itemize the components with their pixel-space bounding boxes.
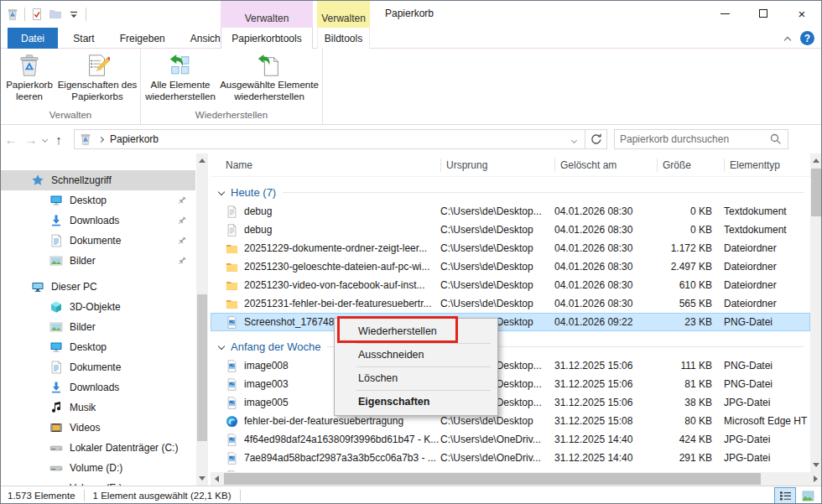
context-menu-item-eigenschaften[interactable]: Eigenschaften	[335, 391, 497, 413]
file-name-cell[interactable]: fehler-bei-der-featuresuebertragung	[226, 415, 440, 428]
ausgew-hlte-elemente-wiederherstellen-button[interactable]: Ausgewählte Elemente wiederherstellen	[218, 50, 320, 107]
sidebar-item-3d-objekte[interactable]: 3D-Objekte	[1, 297, 195, 317]
file-row-20251230-video-von-facebook-auf-inst[interactable]: 20251230-video-von-facebook-auf-inst...C…	[211, 276, 810, 294]
sidebar-item-bilder[interactable]: Bilder	[1, 317, 195, 337]
alle-elemente-wiederherstellen-button[interactable]: Alle Elemente wiederherstellen	[143, 50, 218, 107]
up-icon[interactable]: ↑	[49, 132, 69, 147]
details-view-button[interactable]	[774, 487, 796, 504]
group-header-heute-7[interactable]: Heute (7)	[211, 182, 810, 202]
sidebar-item-dieser-pc[interactable]: Dieser PC	[1, 277, 195, 297]
scroll-up-icon[interactable]	[199, 158, 206, 163]
forward-icon[interactable]: →	[21, 132, 41, 147]
help-icon[interactable]: ?	[800, 31, 814, 45]
scroll-right-icon[interactable]	[814, 475, 818, 482]
ribbon: Papierkorb leerenEigenschaften des Papie…	[1, 49, 821, 125]
search-input[interactable]	[620, 133, 769, 145]
papierkorb-leeren-button[interactable]: Papierkorb leeren	[3, 50, 56, 107]
search-box[interactable]	[614, 129, 788, 149]
context-menu-item-l-schen[interactable]: Löschen	[335, 367, 497, 390]
sidebar-item-videos[interactable]: Videos	[1, 418, 195, 438]
folder-muted-icon[interactable]	[49, 8, 62, 21]
scroll-left-icon[interactable]	[215, 475, 219, 482]
file-row-image003[interactable]: image003C:\Users\de\Desktop...31.12.2025…	[211, 375, 810, 393]
scroll-down-icon[interactable]	[813, 463, 819, 467]
file-row-20251229-dokumente-ordner-zeigt-leer[interactable]: 20251229-dokumente-ordner-zeigt-leer...C…	[211, 239, 810, 257]
file-row-debug[interactable]: debugC:\Users\de\Desktop...04.01.2026 08…	[211, 202, 810, 221]
thumbnail-view-button[interactable]	[797, 487, 819, 504]
sidebar-item-volume-e[interactable]: Volume (E:)	[1, 478, 195, 486]
sidebar-scrollbar[interactable]	[196, 153, 208, 486]
sidebar-item-dokumente[interactable]: Dokumente	[1, 231, 195, 251]
breadcrumb-location[interactable]: Papierkorb	[110, 133, 159, 145]
context-menu-item-ausschneiden[interactable]: Ausschneiden	[335, 344, 497, 366]
collapse-ribbon-icon[interactable]	[784, 36, 791, 43]
breadcrumb-chevron-icon[interactable]	[98, 136, 104, 142]
address-bar: ← → ↑ Papierkorb	[1, 125, 821, 153]
file-row-20251230-geloeschte-dateien-auf-pc-wi[interactable]: 20251230-geloeschte-dateien-auf-pc-wi...…	[211, 257, 810, 276]
customize-quick-access-icon[interactable]	[67, 8, 81, 21]
breadcrumb[interactable]: Papierkorb	[74, 129, 585, 149]
file-row-image005[interactable]: image005C:\Users\de\Desktop...31.12.2025…	[211, 393, 810, 412]
group-header-anfang-der-woche[interactable]: Anfang der Woche	[211, 336, 810, 356]
column-header-elementtyp[interactable]: Elementtyp	[724, 158, 810, 172]
eigenschaften-des-papierkorbs-button[interactable]: Eigenschaften des Papierkorbs	[56, 50, 138, 107]
file-row-screenshot-1767480486041[interactable]: Screenshot_1767480486041C:\Users\de\Desk…	[211, 313, 810, 331]
sidebar-item-desktop[interactable]: Desktop	[1, 190, 195, 210]
refresh-button[interactable]	[585, 129, 607, 149]
back-icon[interactable]: ←	[1, 132, 21, 147]
column-header-ursprung[interactable]: Ursprung	[440, 158, 554, 172]
tab-bildtools[interactable]: Bildtools	[317, 28, 370, 49]
file-row-debug[interactable]: debugC:\Users\de\Desktop04.01.2026 08:30…	[211, 221, 810, 239]
items-count: 1.573 Elemente	[8, 491, 75, 501]
sidebar-item-downloads[interactable]: Downloads	[1, 377, 195, 397]
close-button[interactable]: ×	[783, 1, 821, 26]
file-name-cell[interactable]: 7ae894ad58bacf2987a3a3b5cc06a7b3 - ...	[226, 452, 440, 465]
file-row-image008[interactable]: image008C:\Users\de\Desktop...31.12.2025…	[211, 356, 810, 375]
scrollbar-thumb[interactable]	[811, 169, 821, 216]
image-file-file-type-icon	[226, 434, 238, 446]
sidebar-item-dokumente[interactable]: Dokumente	[1, 357, 195, 377]
list-horizontal-scrollbar[interactable]	[211, 472, 821, 486]
file-row-4f64ed98daf24a163809f3996bd61b47-k[interactable]: 4f64ed98daf24a163809f3996bd61b47 - K...C…	[211, 430, 810, 449]
file-name-cell[interactable]: 20251230-geloeschte-dateien-auf-pc-wi...	[226, 261, 440, 273]
sidebar-item-downloads[interactable]: Downloads	[1, 210, 195, 231]
scroll-up-icon[interactable]	[813, 158, 819, 163]
checkmark-document-icon[interactable]	[30, 8, 44, 21]
scrollbar-thumb[interactable]	[224, 473, 761, 485]
ribbon-group-label: Wiederherstellen	[143, 108, 320, 124]
address-dropdown-icon[interactable]	[571, 138, 577, 143]
maximize-button[interactable]	[744, 1, 783, 26]
file-name-cell[interactable]: 20251230-video-von-facebook-auf-inst...	[226, 279, 440, 292]
file-row-fehler-bei-der-featuresuebertragung[interactable]: fehler-bei-der-featuresuebertragungC:\Us…	[211, 412, 810, 430]
recent-locations-icon[interactable]	[42, 136, 48, 142]
scrollbar-thumb[interactable]	[197, 294, 207, 441]
file-name: 7ae894ad58bacf2987a3a3b5cc06a7b3 - ...	[244, 452, 436, 464]
sidebar-item-bilder[interactable]: Bilder	[1, 251, 195, 271]
sidebar-item-schnellzugriff[interactable]: Schnellzugriff	[1, 170, 195, 190]
file-type: PNG-Datei	[712, 378, 810, 390]
column-header-gr-e[interactable]: Größe	[657, 158, 724, 172]
file-name-cell[interactable]: 20251229-dokumente-ordner-zeigt-leer...	[226, 242, 440, 255]
file-size: 111 KB	[657, 360, 712, 372]
file-name-cell[interactable]: debug	[226, 224, 440, 236]
tab-start[interactable]: Start	[60, 28, 107, 49]
file-deleted-date: 04.01.2026 08:30	[554, 224, 657, 236]
sidebar-item-volume-d[interactable]: Volume (D:)	[1, 458, 195, 478]
scroll-down-icon[interactable]	[199, 476, 206, 481]
file-row-7ae894ad58bacf2987a3a3b5cc06a7b3[interactable]: 7ae894ad58bacf2987a3a3b5cc06a7b3 - ...C:…	[211, 449, 810, 467]
minimize-button[interactable]	[705, 1, 744, 26]
file-row-20251231-fehler-bei-der-featuresuebertr[interactable]: 20251231-fehler-bei-der-featuresuebertr.…	[211, 294, 810, 313]
column-header-gel-scht-am[interactable]: Gelöscht am	[554, 158, 657, 172]
file-name-cell[interactable]: debug	[226, 205, 440, 218]
sidebar-item-lokaler-datentr-ger-c[interactable]: Lokaler Datenträger (C:)	[1, 438, 195, 458]
file-name-cell[interactable]: 20251231-fehler-bei-der-featuresuebertr.…	[226, 298, 440, 310]
tab-papierkorbtools[interactable]: Papierkorbtools	[221, 28, 313, 49]
tab-freigeben[interactable]: Freigeben	[107, 28, 178, 49]
sidebar-item-musik[interactable]: Musik	[1, 397, 195, 418]
list-vertical-scrollbar[interactable]	[810, 153, 821, 472]
file-name-cell[interactable]: 4f64ed98daf24a163809f3996bd61b47 - K...	[226, 434, 440, 446]
column-header-name[interactable]: Name	[226, 158, 440, 172]
search-icon[interactable]	[769, 132, 783, 146]
sidebar-item-desktop[interactable]: Desktop	[1, 337, 195, 357]
tab-datei[interactable]: Datei	[8, 28, 58, 49]
